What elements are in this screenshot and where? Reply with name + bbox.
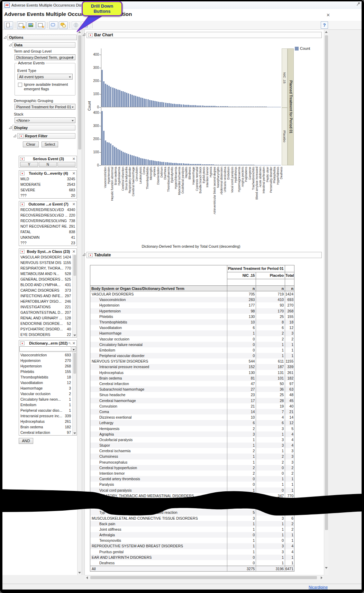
bar[interactable] — [191, 164, 193, 165]
list-item[interactable]: Phlebitis155 — [19, 369, 76, 374]
list-item[interactable]: Embolism1 — [19, 402, 76, 408]
bar[interactable] — [107, 85, 108, 107]
bar[interactable] — [116, 89, 117, 107]
help-button[interactable]: ? — [321, 21, 328, 29]
bar[interactable] — [181, 104, 182, 107]
bar[interactable] — [248, 107, 249, 107]
bar[interactable] — [177, 104, 179, 107]
table-row[interactable]: Coma14721 — [90, 409, 294, 414]
table-row[interactable]: Clumsiness123 — [90, 454, 294, 459]
red-triangle-icon[interactable] — [20, 250, 25, 254]
bar[interactable] — [221, 165, 223, 165]
options-header[interactable]: Options — [7, 35, 77, 40]
bar[interactable] — [243, 107, 244, 107]
close-icon[interactable] — [72, 202, 75, 206]
collapse-icon[interactable] — [9, 126, 12, 129]
bar[interactable] — [244, 107, 246, 107]
table-row[interactable]: Stupor134 — [90, 443, 294, 448]
table-row[interactable]: Cerebral haemorrhage172845 — [90, 398, 294, 403]
bar[interactable] — [246, 107, 247, 107]
list-item[interactable]: Brain oedema182 — [19, 424, 76, 430]
collapse-icon[interactable] — [9, 43, 12, 46]
red-triangle-icon[interactable] — [20, 157, 25, 161]
red-triangle-icon[interactable] — [88, 253, 93, 257]
list-item[interactable]: ???20 — [19, 193, 76, 198]
bar[interactable] — [214, 106, 216, 107]
list-item[interactable]: FATAL838 — [19, 229, 76, 235]
new-data-view-button[interactable]: ★ — [36, 21, 45, 29]
list-item[interactable]: RECOVERED/RESOLVED ...220 — [19, 212, 76, 218]
select-button[interactable]: Select — [42, 142, 58, 147]
bar[interactable] — [195, 164, 196, 165]
bar[interactable] — [206, 106, 207, 107]
bar[interactable] — [179, 163, 180, 165]
bar[interactable] — [249, 107, 251, 107]
close-icon[interactable] — [72, 250, 75, 254]
list-item[interactable]: RECOVERED/RESOLVED4340 — [19, 207, 76, 212]
add-note-button[interactable] — [49, 21, 58, 29]
bar[interactable] — [228, 107, 230, 107]
bar[interactable] — [116, 148, 117, 165]
list-item[interactable]: INVESTIGATIONS221 — [19, 304, 76, 310]
tabulate-header[interactable]: Tabulate — [87, 252, 322, 258]
table-row[interactable]: Hypotension17793270 — [90, 302, 294, 308]
bar[interactable] — [253, 107, 254, 107]
bar[interactable] — [190, 164, 191, 165]
bar[interactable] — [142, 158, 143, 165]
list-item[interactable]: ENDOCRINE DISORDE...52 — [19, 321, 76, 326]
bar[interactable] — [184, 105, 186, 107]
list-item[interactable]: RESPIRATORY, THORA...770 — [19, 265, 76, 271]
bar[interactable] — [188, 164, 189, 165]
bar[interactable] — [124, 92, 126, 107]
bar[interactable] — [186, 164, 188, 165]
bar[interactable] — [202, 106, 203, 107]
bar[interactable] — [227, 165, 228, 165]
bar[interactable] — [258, 107, 260, 107]
list-item[interactable]: Thrombophlebitis18 — [19, 374, 76, 380]
bar[interactable] — [234, 165, 235, 165]
bar[interactable] — [122, 91, 124, 107]
table-row[interactable]: Joint stiffness112 — [90, 527, 294, 532]
bar[interactable] — [209, 164, 210, 165]
bar[interactable] — [232, 107, 233, 107]
bar[interactable] — [211, 106, 212, 107]
search-input[interactable] — [19, 346, 71, 352]
bar[interactable] — [140, 98, 142, 107]
bar[interactable] — [169, 163, 170, 165]
bar[interactable] — [235, 165, 237, 165]
bar[interactable] — [260, 107, 262, 107]
ignore-flags-checkbox[interactable] — [18, 83, 22, 87]
bar[interactable] — [184, 164, 186, 165]
bar[interactable] — [175, 163, 177, 165]
red-triangle-icon[interactable] — [19, 134, 24, 138]
bar[interactable] — [212, 164, 214, 165]
table-row[interactable]: Agraphia314 — [90, 431, 294, 437]
bar[interactable] — [128, 154, 129, 165]
bar[interactable] — [142, 98, 143, 107]
bar-chart-header[interactable]: Bar Chart — [87, 32, 322, 38]
bar[interactable] — [137, 97, 138, 107]
bar[interactable] — [156, 101, 157, 107]
list-item[interactable]: BLOOD AND LYMPHA...431 — [19, 282, 76, 288]
bar[interactable] — [101, 70, 103, 107]
bar[interactable] — [195, 105, 196, 107]
pin-icon[interactable] — [356, 2, 361, 6]
bar[interactable] — [124, 153, 126, 165]
list-item[interactable]: SEVERE683 — [19, 187, 76, 193]
bar[interactable] — [188, 105, 189, 107]
list-item[interactable]: Vasodilatation12 — [19, 380, 76, 385]
list-item[interactable]: VASCULAR DISORDERS1424 — [19, 254, 76, 260]
bar[interactable] — [241, 165, 242, 165]
table-row[interactable]: Sinus headache232548 — [90, 392, 294, 398]
filter-value-button[interactable] — [57, 162, 75, 167]
table-row[interactable]: Cerebral hypoperfusion202 — [90, 465, 294, 471]
bar[interactable] — [135, 96, 136, 107]
event-type-dropdown[interactable]: All event types — [17, 74, 73, 80]
bar[interactable] — [145, 159, 147, 165]
bar[interactable] — [223, 165, 225, 165]
bar[interactable] — [246, 165, 247, 165]
table-row[interactable]: Hydrocephalus130131261 — [90, 370, 294, 375]
bar[interactable] — [174, 163, 175, 165]
bar[interactable] — [121, 91, 122, 107]
bar[interactable] — [174, 104, 175, 107]
